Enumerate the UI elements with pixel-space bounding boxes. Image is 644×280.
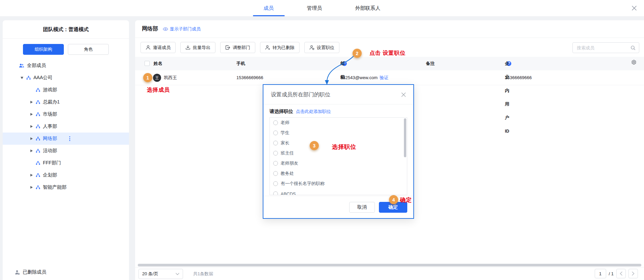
position-option[interactable]: ABCDS	[270, 189, 407, 195]
department-icon	[36, 137, 40, 141]
position-option-label: 班主任	[281, 150, 294, 156]
column-email: 邮箱	[340, 57, 347, 70]
vertical-scrollbar-thumb[interactable]	[404, 118, 406, 157]
tab-members[interactable]: 成员	[255, 0, 283, 16]
tree-item-dept-smart-capacity[interactable]: 智能产能部	[3, 181, 129, 193]
step-badge-3: 3	[310, 141, 319, 150]
download-icon	[185, 45, 190, 50]
tree-item-label: 总裁办1	[43, 99, 60, 105]
page-number-input[interactable]	[595, 269, 606, 278]
column-user-id: 企业内用户ID	[505, 57, 511, 70]
tree-item-dept-planning[interactable]: 企划部	[3, 169, 129, 181]
set-position-button[interactable]: 设置职位	[304, 42, 339, 53]
team-mode-title: 团队模式：普通模式	[3, 20, 129, 39]
top-bar: 成员 管理员 外部联系人	[0, 0, 644, 16]
top-tabs: 成员 管理员 外部联系人	[0, 0, 644, 16]
org-structure-tab[interactable]: 组织架构	[23, 44, 64, 55]
page: 成员 管理员 外部联系人 团队模式：普通模式 组织架构 角色 全部成员	[0, 0, 644, 280]
tree-item-all-members[interactable]: 全部成员	[3, 60, 129, 72]
position-option-label: ABCDS	[281, 191, 296, 195]
person-icon	[146, 45, 151, 50]
column-settings-gear-icon[interactable]	[631, 57, 637, 70]
next-page-button[interactable]	[628, 269, 638, 278]
radio-icon[interactable]	[273, 141, 278, 145]
search-icon[interactable]	[630, 45, 636, 50]
tab-admins[interactable]: 管理员	[298, 0, 331, 16]
show-sub-department-label: 显示子部门成员	[170, 26, 201, 32]
member-user-id: 15366669666	[505, 70, 532, 85]
radio-icon[interactable]	[273, 131, 278, 135]
radio-icon[interactable]	[273, 161, 278, 166]
table-row[interactable]: 王 凯西王 15366669666 532543@wew.com验证 15366…	[135, 70, 644, 85]
caret-right-icon[interactable]	[29, 174, 34, 177]
tree-item-label: FFF部门	[43, 160, 61, 166]
step-badge-1: 1	[143, 73, 152, 82]
move-to-deleted-button[interactable]: 转为已删除	[260, 42, 300, 53]
position-option-label: 老师朋友	[281, 160, 298, 166]
position-option-label: 有一个很长名字的职称	[281, 181, 325, 187]
tree-item-dept-games[interactable]: 游戏部	[3, 84, 129, 96]
position-option[interactable]: 老师	[270, 118, 407, 128]
position-option-label: 学生	[281, 130, 289, 136]
position-option-label: 老师	[281, 120, 289, 126]
deleted-members-label: 已删除成员	[23, 269, 46, 275]
caret-down-icon[interactable]	[20, 77, 24, 79]
caret-right-icon[interactable]	[29, 137, 34, 140]
column-remark: 备注	[426, 57, 435, 70]
sidebar-toggle: 组织架构 角色	[3, 44, 129, 55]
modal-close-icon[interactable]	[401, 92, 407, 98]
page-size-select[interactable]: 20 条/页	[138, 269, 183, 279]
position-option[interactable]: 有一个很长名字的职称	[270, 179, 407, 189]
horizontal-scrollbar[interactable]	[138, 264, 641, 266]
tab-members-label: 成员	[264, 5, 274, 11]
sidebar: 团队模式：普通模式 组织架构 角色 全部成员 AAA公司	[3, 20, 129, 280]
radio-icon[interactable]	[273, 120, 278, 125]
annotation-confirm: 确定	[400, 196, 412, 204]
member-email-value: 532543@wew.com	[340, 75, 378, 80]
step-badge-4: 4	[389, 195, 398, 204]
table-header: 姓名 手机 邮箱 备注 企业内用户ID	[135, 57, 644, 70]
select-all-checkbox[interactable]	[145, 61, 150, 66]
tree-item-dept-ceo-office[interactable]: 总裁办1	[3, 96, 129, 108]
tree-item-dept-marketing[interactable]: 市场部	[3, 108, 129, 120]
add-position-link[interactable]: 点击此处添加职位	[296, 109, 331, 115]
tree-item-dept-activities[interactable]: 活动部	[3, 145, 129, 157]
verify-email-link[interactable]: 验证	[380, 75, 388, 80]
cancel-button[interactable]: 取消	[349, 202, 375, 213]
caret-right-icon[interactable]	[29, 186, 34, 189]
tree-item-company[interactable]: AAA公司	[3, 72, 129, 84]
tree-item-dept-network-selected[interactable]: 网络部	[3, 133, 129, 145]
adjust-department-label: 调整部门	[233, 45, 250, 51]
department-icon	[36, 161, 40, 165]
avatar: 王	[153, 74, 161, 82]
position-option[interactable]: 学生	[270, 128, 407, 138]
tree-item-label: 游戏部	[43, 87, 57, 93]
member-email: 532543@wew.com验证	[340, 70, 388, 85]
radio-icon[interactable]	[273, 191, 278, 195]
radio-icon[interactable]	[273, 151, 278, 156]
set-position-label: 设置职位	[317, 45, 334, 51]
caret-right-icon[interactable]	[29, 149, 34, 152]
search-input[interactable]	[576, 45, 630, 51]
radio-icon[interactable]	[273, 171, 278, 176]
close-icon[interactable]	[630, 4, 638, 12]
deleted-members-link[interactable]: 已删除成员	[15, 269, 46, 275]
roles-tab[interactable]: 角色	[68, 44, 109, 55]
caret-right-icon[interactable]	[29, 101, 34, 103]
position-option[interactable]: 老师朋友	[270, 158, 407, 168]
position-option-label: 家长	[281, 140, 289, 146]
more-options-icon[interactable]	[69, 136, 70, 141]
caret-right-icon[interactable]	[29, 113, 34, 116]
show-sub-department-link[interactable]: 显示子部门成员	[163, 26, 201, 32]
invite-member-button[interactable]: 邀请成员	[140, 42, 176, 53]
previous-page-button[interactable]	[616, 269, 626, 278]
batch-export-button[interactable]: 批量导出	[180, 42, 215, 53]
tree-item-dept-fff[interactable]: FFF部门	[3, 157, 129, 169]
radio-icon[interactable]	[273, 181, 278, 186]
caret-right-icon[interactable]	[29, 125, 34, 128]
tab-external-contacts[interactable]: 外部联系人	[346, 0, 389, 16]
position-option[interactable]: 教务处	[270, 168, 407, 179]
tree-item-dept-hr[interactable]: 人事部	[3, 120, 129, 133]
department-icon	[36, 149, 40, 153]
adjust-department-button[interactable]: 调整部门	[220, 42, 255, 53]
